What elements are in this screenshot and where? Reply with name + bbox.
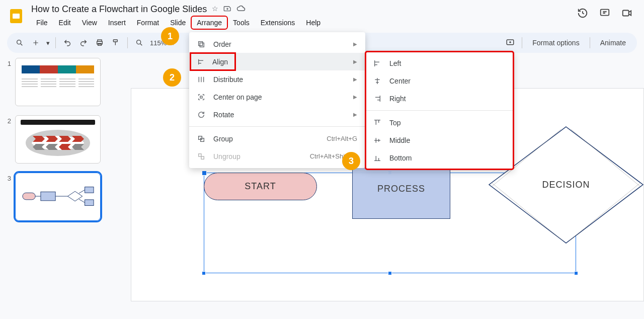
menu-tools[interactable]: Tools [228,17,255,29]
separator [590,37,590,48]
svg-rect-34 [199,41,203,45]
paint-format-button[interactable] [108,35,123,50]
svg-rect-21 [41,192,55,201]
svg-marker-14 [59,136,71,142]
svg-rect-7 [98,43,102,45]
shape-label: PROCESS [377,184,425,194]
align-icon [197,58,205,66]
thumb-number: 3 [4,173,11,182]
menu-edit[interactable]: Edit [54,17,76,29]
new-slide-button[interactable] [28,35,43,50]
slide-thumb-1[interactable] [15,58,101,106]
redo-button[interactable] [76,35,91,50]
comments-icon[interactable] [599,7,611,19]
slide-thumb-2[interactable] [15,115,101,164]
svg-rect-2 [601,10,609,16]
align-submenu: Left Center Right Top Middle Bottom [365,51,514,170]
menu-insert[interactable]: Insert [103,17,131,29]
svg-marker-18 [46,144,58,150]
ungroup-icon [196,152,206,161]
align-middle-icon [372,136,382,144]
menu-distribute[interactable]: Distribute ▶ [189,70,365,88]
svg-line-28 [79,199,85,203]
separator [127,37,128,48]
svg-rect-42 [200,96,202,98]
annotation-3: 3 [342,152,360,170]
menu-separator [365,110,514,111]
menu-separator [189,126,365,127]
document-title[interactable]: How to Create a Flowchart in Google Slid… [31,4,207,15]
move-icon[interactable] [223,5,231,14]
chevron-right-icon: ▶ [353,59,357,64]
animate-button[interactable]: Animate [594,39,632,47]
header-actions [577,4,638,19]
align-center-icon [372,77,382,85]
header: How to Create a Flowchart in Google Slid… [0,0,644,29]
menu-view[interactable]: View [77,17,102,29]
distribute-icon [196,75,206,84]
menu-ungroup: Ungroup Ctrl+Alt+Shift+G [189,147,365,165]
align-middle[interactable]: Middle [365,131,514,149]
separator [522,37,522,48]
slide-thumb-3[interactable] [15,173,101,221]
svg-rect-46 [201,156,204,159]
menu-arrange[interactable]: Arrange [192,17,227,29]
menu-file[interactable]: File [31,17,53,29]
undo-button[interactable] [60,35,75,50]
menu-group[interactable]: Group Ctrl+Alt+G [189,130,365,147]
svg-rect-1 [13,14,20,19]
thumb-number: 2 [4,115,11,125]
separator [55,37,56,48]
align-bottom[interactable]: Bottom [365,149,514,167]
svg-marker-17 [59,144,71,150]
print-button[interactable] [92,35,107,50]
zoom-tool-icon[interactable] [132,35,147,50]
flowchart-start-shape[interactable]: START [204,173,317,200]
svg-rect-23 [85,187,94,193]
align-top-icon [372,119,382,127]
chevron-right-icon: ▶ [353,112,357,117]
align-bottom-icon [372,154,382,162]
slides-logo [6,6,26,26]
history-icon[interactable] [577,7,589,19]
svg-marker-13 [46,136,58,142]
svg-point-9 [137,40,141,44]
arrange-menu: Order ▶ Align ▶ Distribute ▶ Center on p… [189,32,365,168]
menu-rotate[interactable]: Rotate ▶ [189,106,365,123]
svg-line-27 [79,190,85,193]
chevron-right-icon: ▶ [353,94,357,100]
svg-rect-45 [199,153,201,156]
align-left[interactable]: Left [365,54,514,72]
shape-label: START [245,181,276,192]
search-menus-icon[interactable] [12,35,27,50]
svg-rect-35 [200,43,204,47]
thumb-number: 1 [4,58,11,67]
menu-format[interactable]: Format [132,17,164,29]
align-left-icon [372,59,382,67]
annotation-2: 2 [163,68,181,87]
format-options-button[interactable]: Format options [526,39,585,47]
rotate-icon [196,111,206,119]
add-comment-icon[interactable] [503,35,518,50]
svg-rect-3 [623,11,629,16]
center-on-page-icon [196,93,206,101]
align-top[interactable]: Top [365,114,514,131]
menu-help[interactable]: Help [301,17,326,29]
slide-thumbnails: 1 2 [0,53,116,316]
chevron-right-icon: ▶ [353,41,357,47]
star-icon[interactable]: ☆ [212,5,218,14]
menu-extensions[interactable]: Extensions [256,17,300,29]
meet-icon[interactable] [621,7,633,19]
menu-center-on-page[interactable]: Center on page ▶ [189,88,365,106]
new-slide-dropdown[interactable]: ▾ [44,35,51,50]
svg-rect-24 [85,200,94,206]
annotation-1: 1 [161,27,179,45]
align-center[interactable]: Center [365,72,514,90]
group-icon [196,135,206,143]
svg-rect-20 [23,193,35,200]
svg-rect-8 [113,40,117,42]
align-right[interactable]: Right [365,90,514,107]
menu-align[interactable]: Align [190,53,235,70]
cloud-status-icon[interactable] [236,5,246,14]
menu-order[interactable]: Order ▶ [189,35,365,53]
